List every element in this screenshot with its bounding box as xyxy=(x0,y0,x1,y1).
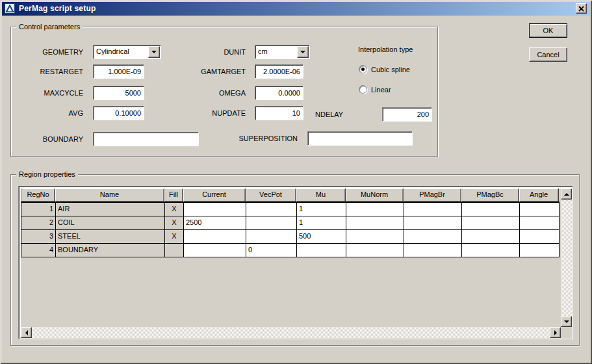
grid-cell[interactable] xyxy=(346,203,404,216)
grid-cell[interactable] xyxy=(520,203,560,216)
region-table: RegNo Name Fill Current VecPot Mu MuNorm… xyxy=(18,186,573,339)
grid-cell[interactable]: 1 xyxy=(297,216,346,230)
radio-button-icon[interactable] xyxy=(359,65,367,73)
column-header-munorm: MuNorm xyxy=(346,188,404,202)
grid-cell[interactable] xyxy=(246,230,297,244)
grid-cell[interactable]: 1 xyxy=(21,203,56,216)
grid-cell[interactable]: X xyxy=(165,203,184,216)
linear-label: Linear xyxy=(371,86,391,94)
geometry-label: GEOMETRY xyxy=(13,45,83,59)
geometry-dropdown-button[interactable] xyxy=(148,46,160,58)
grid-cell[interactable] xyxy=(184,244,246,257)
dunit-value: cm xyxy=(258,46,296,58)
boundary-input[interactable] xyxy=(93,132,199,146)
cancel-button[interactable]: Cancel xyxy=(529,47,567,62)
grid-cell[interactable]: 1 xyxy=(297,203,346,216)
grid-cell[interactable] xyxy=(184,230,246,244)
grid-cell[interactable] xyxy=(165,244,184,257)
grid-cell[interactable]: 2 xyxy=(21,216,56,230)
omega-input[interactable] xyxy=(255,86,303,100)
grid-cell[interactable] xyxy=(404,244,462,257)
scroll-up-button[interactable] xyxy=(561,188,572,200)
ndelay-label: NDELAY xyxy=(315,107,343,122)
table-row: 3 STEEL X 500 xyxy=(21,230,560,244)
dunit-dropdown-button[interactable] xyxy=(297,46,309,58)
grid-cell[interactable] xyxy=(404,230,462,244)
grid-cell[interactable] xyxy=(520,216,560,230)
dialog-permag-script-setup: PerMag script setup OK Cancel Control pa… xyxy=(0,0,592,364)
arrow-up-icon xyxy=(564,190,569,196)
column-header-fill: Fill xyxy=(164,188,183,202)
grid-cell[interactable]: AIR xyxy=(56,203,165,216)
grid-cell[interactable] xyxy=(404,216,462,230)
grid-cell[interactable] xyxy=(462,230,520,244)
grid-cell[interactable]: COIL xyxy=(56,216,165,230)
arrow-left-icon xyxy=(23,330,28,335)
scroll-right-button[interactable] xyxy=(550,327,561,338)
grid-cell[interactable] xyxy=(184,203,246,216)
column-header-name: Name xyxy=(55,188,164,202)
grid-cell[interactable] xyxy=(462,216,520,230)
grid-cell[interactable]: 0 xyxy=(246,244,297,257)
grid-cell[interactable]: X xyxy=(165,230,184,244)
radio-button-icon[interactable] xyxy=(359,85,367,94)
table-row: 4 BOUNDARY 0 xyxy=(21,244,560,257)
arrow-right-icon xyxy=(554,330,560,335)
grid-cell[interactable] xyxy=(520,244,560,257)
dunit-label: DUNIT xyxy=(182,45,246,59)
column-header-mu: Mu xyxy=(296,188,346,202)
app-icon xyxy=(5,3,16,14)
scroll-left-button[interactable] xyxy=(21,327,32,338)
titlebar[interactable]: PerMag script setup xyxy=(2,2,590,16)
avg-label: AVG xyxy=(13,106,83,120)
region-grid: RegNo Name Fill Current VecPot Mu MuNorm… xyxy=(21,188,560,257)
column-header-vecpot: VecPot xyxy=(246,188,296,202)
grid-cell[interactable] xyxy=(246,203,297,216)
grid-cell[interactable] xyxy=(346,244,404,257)
superposition-input[interactable] xyxy=(307,131,413,146)
grid-cell[interactable] xyxy=(462,244,520,257)
maxcycle-input[interactable] xyxy=(93,86,144,100)
ok-button[interactable]: OK xyxy=(529,23,567,38)
dunit-combobox[interactable]: cm xyxy=(255,45,310,59)
ndelay-input[interactable] xyxy=(382,107,432,122)
region-table-viewport: RegNo Name Fill Current VecPot Mu MuNorm… xyxy=(19,187,572,338)
restarget-input[interactable] xyxy=(93,64,144,79)
chevron-down-icon xyxy=(151,51,157,56)
grid-cell[interactable]: 3 xyxy=(21,230,56,244)
grid-header-row: RegNo Name Fill Current VecPot Mu MuNorm… xyxy=(21,188,560,202)
nupdate-label: NUPDATE xyxy=(182,106,246,120)
region-properties-legend: Region properties xyxy=(16,170,78,178)
grid-cell[interactable]: STEEL xyxy=(56,230,165,244)
close-button[interactable] xyxy=(576,3,587,14)
interpolation-type-label: Interpolation type xyxy=(358,46,413,53)
grid-cell[interactable] xyxy=(462,203,520,216)
grid-cell[interactable] xyxy=(246,216,297,230)
window-title: PerMag script setup xyxy=(19,2,96,16)
superposition-label: SUPERPOSITION xyxy=(214,131,298,146)
nupdate-input[interactable] xyxy=(255,106,303,120)
geometry-value: Cylindrical xyxy=(96,46,148,58)
grid-cell[interactable]: X xyxy=(165,216,184,230)
radio-cubic-spline[interactable]: Cubic spline xyxy=(359,65,410,73)
scroll-down-button[interactable] xyxy=(561,316,572,327)
geometry-combobox[interactable]: Cylindrical xyxy=(93,45,161,59)
gamtarget-label: GAMTARGET xyxy=(182,64,246,79)
grid-cell[interactable] xyxy=(297,244,346,257)
horizontal-scrollbar[interactable] xyxy=(21,327,561,338)
grid-cell[interactable]: 500 xyxy=(297,230,346,244)
grid-cell[interactable]: 4 xyxy=(21,244,56,257)
avg-input[interactable] xyxy=(93,106,144,120)
vertical-scrollbar[interactable] xyxy=(561,188,572,327)
table-row: 1 AIR X 1 xyxy=(21,203,560,216)
omega-label: OMEGA xyxy=(182,86,246,100)
grid-cell[interactable] xyxy=(404,203,462,216)
radio-linear[interactable]: Linear xyxy=(359,85,391,94)
grid-cell[interactable] xyxy=(346,216,404,230)
grid-cell[interactable] xyxy=(520,230,560,244)
grid-cell[interactable] xyxy=(346,230,404,244)
grid-cell[interactable]: 2500 xyxy=(184,216,246,230)
gamtarget-input[interactable] xyxy=(255,64,303,79)
maxcycle-label: MAXCYCLE xyxy=(13,86,83,100)
grid-cell[interactable]: BOUNDARY xyxy=(56,244,165,257)
